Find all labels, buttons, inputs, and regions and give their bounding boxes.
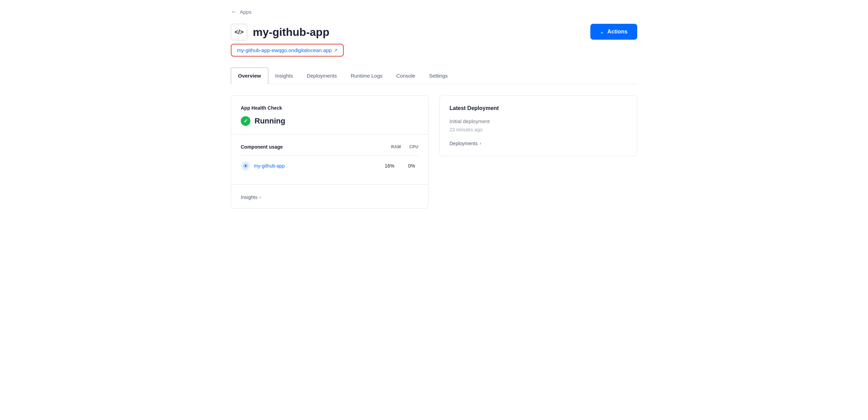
running-row: ✓ Running xyxy=(241,116,418,126)
deployments-link[interactable]: Deployments › xyxy=(450,141,627,146)
deployment-name: Initial deployment xyxy=(450,118,627,124)
insights-chevron-icon: › xyxy=(259,195,261,200)
deployment-card-title: Latest Deployment xyxy=(450,105,627,111)
deployments-chevron-icon: › xyxy=(480,141,481,146)
deployment-card-section: Latest Deployment Initial deployment 23 … xyxy=(440,96,637,156)
insights-link-section: Insights › xyxy=(231,184,428,208)
tab-overview[interactable]: Overview xyxy=(231,68,268,84)
tab-runtime-logs[interactable]: Runtime Logs xyxy=(344,68,390,84)
header-row: </> my-github-app my-github-app-ewqgo.on… xyxy=(231,24,637,57)
tabs-nav: Overview Insights Deployments Runtime Lo… xyxy=(231,68,637,84)
health-check-section: App Health Check ✓ Running xyxy=(231,96,428,134)
ram-value: 16% xyxy=(383,163,396,169)
deployments-link-text: Deployments xyxy=(450,141,478,146)
component-stats: 16% 0% xyxy=(383,163,418,169)
tab-settings[interactable]: Settings xyxy=(422,68,455,84)
tab-console[interactable]: Console xyxy=(390,68,422,84)
insights-link-text: Insights xyxy=(241,194,257,200)
tab-insights[interactable]: Insights xyxy=(268,68,300,84)
content-grid: App Health Check ✓ Running Component usa… xyxy=(231,95,637,209)
back-arrow-icon: ← xyxy=(231,8,237,16)
component-usage-header: Component usage RAM CPU xyxy=(241,144,418,150)
tab-deployments[interactable]: Deployments xyxy=(300,68,344,84)
ram-col-header: RAM xyxy=(391,144,401,149)
cpu-value: 0% xyxy=(405,163,418,169)
chevron-down-icon: ⌄ xyxy=(600,29,604,34)
external-link-icon: ↗ xyxy=(334,48,338,53)
component-app-icon xyxy=(241,161,250,171)
back-nav[interactable]: ← Apps xyxy=(231,8,637,16)
app-identity: </> my-github-app my-github-app-ewqgo.on… xyxy=(231,24,344,57)
app-url-text: my-github-app-ewqgo.ondigitalocean.app xyxy=(237,47,332,53)
actions-button-label: Actions xyxy=(607,29,628,35)
latest-deployment-card: Latest Deployment Initial deployment 23 … xyxy=(440,95,637,156)
health-check-title: App Health Check xyxy=(241,105,418,111)
cpu-col-header: CPU xyxy=(409,144,418,149)
actions-button[interactable]: ⌄ Actions xyxy=(590,24,637,40)
component-usage-section: Component usage RAM CPU my-githu xyxy=(231,134,428,184)
component-link[interactable]: my-github-app xyxy=(254,163,383,169)
app-title: my-github-app xyxy=(253,26,329,39)
component-row: my-github-app 16% 0% xyxy=(241,155,418,176)
running-check-icon: ✓ xyxy=(241,116,250,126)
component-usage-title: Component usage xyxy=(241,144,283,150)
deployment-time: 23 minutes ago xyxy=(450,127,627,132)
app-icon: </> xyxy=(231,24,247,40)
app-title-row: </> my-github-app xyxy=(231,24,344,40)
health-check-card: App Health Check ✓ Running Component usa… xyxy=(231,95,428,209)
running-label: Running xyxy=(255,117,285,126)
app-url-badge[interactable]: my-github-app-ewqgo.ondigitalocean.app ↗ xyxy=(231,44,344,57)
insights-link[interactable]: Insights › xyxy=(241,194,418,200)
usage-col-headers: RAM CPU xyxy=(391,144,418,149)
back-nav-label: Apps xyxy=(240,9,251,15)
